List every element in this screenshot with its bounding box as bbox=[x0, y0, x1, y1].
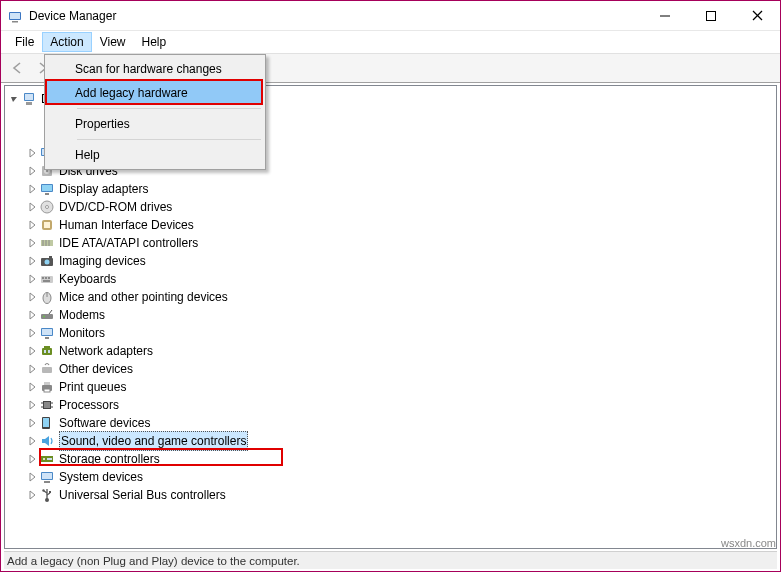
watermark: wsxdn.com bbox=[721, 537, 776, 549]
svg-rect-54 bbox=[44, 402, 50, 408]
svg-rect-40 bbox=[41, 314, 53, 319]
menu-help[interactable]: Help bbox=[134, 32, 175, 52]
menu-scan-hardware[interactable]: Scan for hardware changes bbox=[47, 57, 263, 81]
back-button[interactable] bbox=[7, 57, 29, 79]
expand-icon[interactable] bbox=[25, 346, 39, 356]
status-text: Add a legacy (non Plug and Play) device … bbox=[7, 555, 300, 567]
menubar: File Action View Help bbox=[1, 31, 780, 53]
expand-icon[interactable] bbox=[25, 472, 39, 482]
tree-item[interactable]: Processors bbox=[5, 396, 776, 414]
svg-rect-20 bbox=[42, 185, 52, 191]
svg-rect-66 bbox=[44, 481, 50, 483]
svg-point-18 bbox=[46, 170, 48, 172]
expand-icon[interactable] bbox=[25, 400, 39, 410]
storage-icon bbox=[39, 451, 55, 467]
menu-properties[interactable]: Properties bbox=[47, 112, 263, 136]
expand-icon[interactable] bbox=[25, 454, 39, 464]
tree-item-label: Print queues bbox=[59, 378, 126, 396]
expand-icon[interactable] bbox=[25, 382, 39, 392]
tree-item[interactable]: Imaging devices bbox=[5, 252, 776, 270]
tree-item-label: Software devices bbox=[59, 414, 150, 432]
tree-item-label: Storage controllers bbox=[59, 450, 160, 468]
tree-item[interactable]: Network adapters bbox=[5, 342, 776, 360]
window-title: Device Manager bbox=[29, 9, 642, 23]
usb-icon bbox=[39, 487, 55, 503]
minimize-button[interactable] bbox=[642, 1, 688, 30]
hid-icon bbox=[39, 217, 55, 233]
menu-view[interactable]: View bbox=[92, 32, 134, 52]
tree-item[interactable]: DVD/CD-ROM drives bbox=[5, 198, 776, 216]
tree-item[interactable]: IDE ATA/ATAPI controllers bbox=[5, 234, 776, 252]
expand-icon[interactable] bbox=[25, 436, 39, 446]
tree-item[interactable]: Other devices bbox=[5, 360, 776, 378]
dvd-icon bbox=[39, 199, 55, 215]
svg-rect-69 bbox=[49, 491, 51, 493]
tree-item[interactable]: Print queues bbox=[5, 378, 776, 396]
svg-rect-37 bbox=[43, 280, 50, 282]
expand-icon[interactable] bbox=[25, 418, 39, 428]
expand-icon[interactable] bbox=[25, 274, 39, 284]
svg-rect-45 bbox=[42, 348, 52, 355]
tree-item[interactable]: Sound, video and game controllers bbox=[5, 432, 776, 450]
tree-item[interactable]: Mice and other pointing devices bbox=[5, 288, 776, 306]
tree-item[interactable]: Software devices bbox=[5, 414, 776, 432]
svg-rect-8 bbox=[25, 94, 33, 100]
expand-icon[interactable] bbox=[25, 364, 39, 374]
tree-item[interactable]: Human Interface Devices bbox=[5, 216, 776, 234]
software-icon bbox=[39, 415, 55, 431]
expand-icon[interactable] bbox=[25, 220, 39, 230]
network-icon bbox=[39, 343, 55, 359]
tree-item-label: Sound, video and game controllers bbox=[59, 431, 248, 451]
svg-rect-36 bbox=[48, 277, 50, 279]
expand-icon[interactable] bbox=[25, 310, 39, 320]
svg-rect-4 bbox=[707, 11, 716, 20]
expand-icon[interactable] bbox=[25, 292, 39, 302]
tree-item[interactable]: Modems bbox=[5, 306, 776, 324]
mouse-icon bbox=[39, 289, 55, 305]
expand-icon[interactable] bbox=[25, 184, 39, 194]
svg-rect-34 bbox=[42, 277, 44, 279]
expand-icon[interactable] bbox=[25, 148, 39, 158]
svg-rect-21 bbox=[45, 193, 49, 195]
window-controls bbox=[642, 1, 780, 30]
ide-icon bbox=[39, 235, 55, 251]
expand-icon[interactable] bbox=[25, 256, 39, 266]
expand-icon[interactable] bbox=[7, 94, 21, 104]
expand-icon[interactable] bbox=[25, 238, 39, 248]
statusbar: Add a legacy (non Plug and Play) device … bbox=[4, 551, 777, 569]
close-button[interactable] bbox=[734, 1, 780, 30]
svg-rect-25 bbox=[44, 222, 50, 228]
svg-rect-2 bbox=[12, 21, 18, 23]
menu-file[interactable]: File bbox=[7, 32, 42, 52]
other-icon bbox=[39, 361, 55, 377]
menu-add-legacy-hardware[interactable]: Add legacy hardware bbox=[47, 81, 263, 105]
svg-rect-9 bbox=[26, 102, 32, 105]
svg-rect-44 bbox=[45, 337, 49, 339]
tree-item[interactable]: Storage controllers bbox=[5, 450, 776, 468]
menu-action[interactable]: Action bbox=[42, 32, 91, 52]
svg-point-31 bbox=[45, 260, 50, 265]
tree-item[interactable]: Monitors bbox=[5, 324, 776, 342]
svg-rect-60 bbox=[43, 418, 49, 427]
tree-item[interactable]: System devices bbox=[5, 468, 776, 486]
app-icon bbox=[7, 8, 23, 24]
tree-item-label: System devices bbox=[59, 468, 143, 486]
tree-item-label: Processors bbox=[59, 396, 119, 414]
svg-rect-48 bbox=[48, 350, 50, 353]
expand-icon[interactable] bbox=[25, 328, 39, 338]
tree-item-label: Network adapters bbox=[59, 342, 153, 360]
tree-item-label: Universal Serial Bus controllers bbox=[59, 486, 226, 504]
tree-item[interactable]: Keyboards bbox=[5, 270, 776, 288]
tree-item-label: Imaging devices bbox=[59, 252, 146, 270]
expand-icon[interactable] bbox=[25, 166, 39, 176]
menu-help-item[interactable]: Help bbox=[47, 143, 263, 167]
processor-icon bbox=[39, 397, 55, 413]
svg-rect-1 bbox=[10, 13, 20, 19]
expand-icon[interactable] bbox=[25, 202, 39, 212]
maximize-button[interactable] bbox=[688, 1, 734, 30]
titlebar: Device Manager bbox=[1, 1, 780, 31]
tree-item[interactable]: Display adapters bbox=[5, 180, 776, 198]
tree-item[interactable]: Universal Serial Bus controllers bbox=[5, 486, 776, 504]
expand-icon[interactable] bbox=[25, 490, 39, 500]
svg-point-23 bbox=[46, 206, 49, 209]
